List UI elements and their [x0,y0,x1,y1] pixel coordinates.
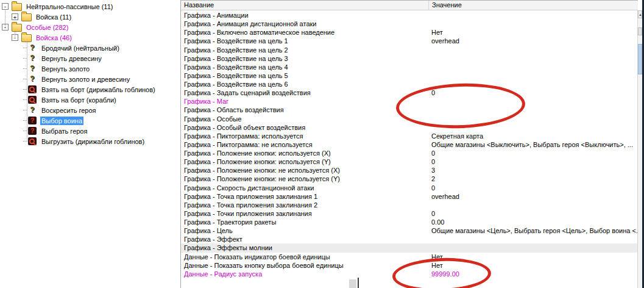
property-name: Графика - Область воздействия [181,106,429,113]
property-name: Графика - Особый объект воздействия [181,124,429,131]
splitter-line [358,278,359,288]
property-row[interactable]: Графика - ЦельОбщие магазины <Цель>, Выб… [181,226,638,235]
property-row[interactable]: Графика - Особые [181,115,638,123]
property-row[interactable]: Графика - Положение кнопки: используется… [181,157,638,166]
tree-item-label[interactable]: Бродячий (нейтральный) [40,44,121,52]
property-row[interactable]: Графика - Положение кнопки: не используе… [181,166,638,175]
property-row[interactable]: Графика - Воздействие на цель 4 [181,63,638,71]
tree-item[interactable]: ?Бродячий (нейтральный) [23,43,178,53]
tree-item[interactable]: ?Воскресить героя [23,105,178,115]
expand-icon[interactable]: + [12,13,18,20]
property-row[interactable]: Графика - Точка приложения заклинания 2 [181,201,638,209]
tree-item[interactable]: +Войска (11) [12,12,178,22]
property-row[interactable]: Данные - Показать индикатор боевой едини… [181,253,638,261]
scroll-up-icon[interactable]: ▲ [638,10,642,18]
tree-item[interactable]: -Войска (46) [12,32,178,43]
grid-header: Название Значение [181,0,638,10]
property-grid: Название Значение Графика - АнимацииГраф… [180,0,638,288]
property-name: Графика - Эффект [181,236,429,243]
tree-item-label[interactable]: Войска (46) [35,34,73,42]
property-row[interactable]: Графика - Воздействие на цель 2 [181,46,638,54]
property-row[interactable]: Графика - Воздействие на цель 6 [181,80,638,88]
property-row[interactable]: Данные - Показать кнопку выбора боевой е… [181,261,638,270]
property-name: Графика - Точка приложения заклинания 2 [181,201,429,209]
tree-item[interactable]: Взять на борт (корабли) [23,95,178,105]
column-header-name[interactable]: Название [181,1,429,10]
property-name: Данные - Показать кнопку выбора боевой е… [181,262,429,269]
property-row[interactable]: Графика - Пиктограмма: используетсяСекре… [181,132,638,140]
property-row[interactable]: Графика - Эффект [181,235,638,243]
property-row[interactable]: Графика - Точки приложения заклинания0 [181,209,638,218]
tree-item-label[interactable]: Взять на борт (корабли) [40,96,118,104]
property-row[interactable]: Графика - Траектория ракеты0.00 [181,218,638,226]
property-value: 0 [429,184,638,192]
property-row[interactable]: Графика - Воздействие на цель 1overhead [181,37,638,45]
property-name: Графика - Включено автоматическое наведе… [181,29,429,36]
tree-item-label[interactable]: Взять на борт (дирижабль гоблинов) [40,85,157,94]
tree-item[interactable]: -Нейтрально-пассивные (11) [2,1,178,12]
property-row[interactable]: Графика - Особый объект воздействия [181,123,638,132]
property-name: Графика - Маг [181,98,429,105]
property-row[interactable]: Данные - Радиус запуска99999.00 [181,270,638,278]
property-row[interactable]: Графика - Положение кнопки: используется… [181,149,638,157]
scrollbar-track-segment[interactable] [638,27,642,35]
tree-item[interactable]: ?Выбрать героя [23,126,178,136]
property-row[interactable]: Графика - Задать сценарий воздействия0 [181,88,638,97]
question-olive-icon: ? [28,106,37,114]
tree-item-label[interactable]: Вернуть золото [40,65,91,73]
tree-item-label[interactable]: Нейтрально-пассивные (11) [25,2,114,11]
property-row[interactable]: Графика - Область воздействия [181,106,638,114]
property-name: Графика - Цель [181,227,429,234]
tree-item-label[interactable]: Выбрать героя [40,127,88,135]
property-row[interactable]: Графика - Скорость дистанционной атаки0 [181,184,638,192]
folder-icon [12,24,22,32]
property-row[interactable]: Графика - Пиктограмма: не используетсяОб… [181,140,638,149]
property-row[interactable]: Графика - Положение кнопки: не используе… [181,175,638,183]
property-name: Графика - Воздействие на цель 1 [181,37,429,45]
tree-item[interactable]: Выгрузить (дирижабли гоблинов) [23,136,178,146]
property-name: Графика - Воздействие на цель 3 [181,55,429,62]
tree-item[interactable]: -Особые (282) [2,22,178,32]
tree-item-label[interactable]: Воскресить героя [40,106,97,115]
tree-item-label[interactable]: Выбор воина [40,117,83,125]
property-row[interactable]: Графика - Анимации [181,11,638,20]
scrollbar-thumb[interactable] [638,44,642,74]
tree-item[interactable]: ?Вернуть древесину [23,53,178,63]
property-name: Графика - Задать сценарий воздействия [181,89,429,96]
tree-item-label[interactable]: Выгрузить (дирижабли гоблинов) [40,137,146,146]
property-name: Графика - Положение кнопки: используется… [181,149,429,157]
magnifier-red-icon [28,85,37,93]
property-row[interactable]: Графика - Точка приложения заклинания 1o… [181,192,638,201]
folder-icon [12,3,22,11]
tree-item-label[interactable]: Особые (282) [25,23,69,32]
property-row[interactable]: Графика - Эффекты молнии [181,243,638,252]
tree-item[interactable]: ?Выбор воина [23,115,178,126]
property-value: 3 [429,167,638,174]
tree-item-label[interactable]: Войска (11) [35,13,73,21]
property-name: Графика - Воздействие на цель 2 [181,46,429,54]
column-header-value[interactable]: Значение [429,1,638,10]
tree-item-label[interactable]: Вернуть золото и древесину [40,75,131,84]
property-value: overhead [429,37,638,45]
grid-row-list: Графика - АнимацииГрафика - Анимация дис… [181,11,638,278]
property-row[interactable]: Графика - Воздействие на цель 3 [181,54,638,63]
question-red-icon: ? [28,127,37,135]
property-name: Графика - Положение кнопки: используется… [181,158,429,165]
property-name: Данные - Показать индикатор боевой едини… [181,253,429,261]
scroll-corner-box [349,279,356,288]
property-value: 0 [429,158,638,165]
property-name: Графика - Точка приложения заклинания 1 [181,193,429,200]
property-value: Секретная карта [429,132,638,140]
property-value: Нет [429,29,638,36]
property-value: 0.00 [429,218,638,226]
tree-item[interactable]: ?Вернуть золото и древесину [23,74,178,84]
property-row[interactable]: Графика - Включено автоматическое наведе… [181,28,638,37]
property-row[interactable]: Графика - Анимация дистанционной атаки [181,20,638,28]
property-value: Нет [429,262,638,269]
tree-item[interactable]: Взять на борт (дирижабль гоблинов) [23,84,178,95]
tree-item-label[interactable]: Вернуть древесину [40,54,103,63]
tree-item[interactable]: ?Вернуть золото [23,63,178,74]
property-row[interactable]: Графика - Маг [181,97,638,106]
property-row[interactable]: Графика - Воздействие на цель 5 [181,71,638,80]
property-name: Графика - Воздействие на цель 5 [181,72,429,79]
